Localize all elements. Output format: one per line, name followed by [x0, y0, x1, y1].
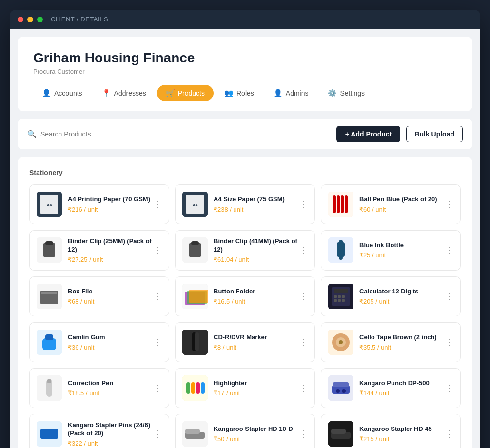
- product-name: CD-R/DVR Marker: [214, 333, 308, 342]
- product-name: A4 Printing Paper (70 GSM): [68, 195, 162, 204]
- tab-settings[interactable]: ⚙️ Settings: [319, 85, 373, 101]
- product-more-button[interactable]: ⋮: [297, 428, 310, 440]
- svg-rect-64: [185, 429, 200, 434]
- product-name: Binder Clip (25MM) (Pack of 12): [68, 237, 162, 254]
- app-window: CLIENT / DETAILS Griham Housing Finance …: [10, 10, 480, 448]
- svg-rect-53: [196, 382, 200, 394]
- product-name: Kangaro Stapler Pins (24/6) (Pack of 20): [68, 421, 162, 438]
- product-more-button[interactable]: ⋮: [443, 428, 455, 440]
- product-name: Button Folder: [214, 288, 308, 296]
- product-name: Camlin Gum: [68, 333, 162, 342]
- search-input[interactable]: [40, 130, 331, 138]
- product-image: [328, 330, 353, 355]
- product-image: A4: [182, 192, 208, 217]
- product-info: Ball Pen Blue (Pack of 20)₹60 / unit: [359, 195, 453, 213]
- product-price: ₹50 / unit: [214, 435, 308, 443]
- product-more-button[interactable]: ⋮: [151, 336, 164, 349]
- product-card: Kangaro Punch DP-500₹144 / unit⋮: [321, 368, 461, 408]
- product-more-button[interactable]: ⋮: [297, 382, 310, 394]
- product-price: ₹18.5 / unit: [68, 390, 162, 397]
- close-button[interactable]: [18, 17, 23, 22]
- product-more-button[interactable]: ⋮: [443, 290, 455, 303]
- svg-rect-10: [345, 195, 348, 213]
- product-price: ₹322 / unit: [68, 440, 162, 447]
- product-more-button[interactable]: ⋮: [443, 336, 455, 349]
- svg-rect-34: [334, 299, 337, 302]
- product-name: Box File: [68, 288, 162, 296]
- product-image: [328, 375, 353, 401]
- product-image: [328, 237, 353, 263]
- svg-rect-39: [45, 334, 53, 340]
- svg-rect-31: [334, 295, 337, 298]
- minimize-button[interactable]: [27, 17, 33, 22]
- svg-rect-52: [191, 382, 195, 394]
- tab-admins[interactable]: 👤 Admins: [265, 85, 317, 101]
- product-price: ₹25 / unit: [359, 252, 453, 259]
- product-more-button[interactable]: ⋮: [297, 290, 310, 303]
- product-price: ₹16.5 / unit: [214, 298, 308, 305]
- product-more-button[interactable]: ⋮: [151, 244, 164, 256]
- product-name: A4 Size Paper (75 GSM): [214, 195, 308, 204]
- product-price: ₹27.25 / unit: [68, 256, 162, 263]
- tab-products[interactable]: 🛒 Products: [157, 85, 214, 101]
- titlebar-text: CLIENT / DETAILS: [51, 16, 108, 23]
- product-info: Binder Clip (25MM) (Pack of 12)₹27.25 / …: [68, 237, 162, 263]
- tab-addresses[interactable]: 📍 Addresses: [93, 85, 155, 101]
- product-card: Ball Pen Blue (Pack of 20)₹60 / unit⋮: [321, 184, 461, 224]
- add-product-button[interactable]: + Add Product: [336, 126, 401, 142]
- company-card: Griham Housing Finance Procura Customer …: [18, 37, 472, 111]
- product-more-button[interactable]: ⋮: [443, 382, 455, 394]
- roles-icon: 👥: [224, 89, 234, 97]
- product-info: Kangaroo Stapler HD 45₹215 / unit: [359, 425, 453, 443]
- product-price: ₹238 / unit: [214, 206, 308, 213]
- product-card: Blue Ink Bottle₹25 / unit⋮: [321, 230, 461, 271]
- product-card: Cello Tape Brown (2 inch)₹35.5 / unit⋮: [321, 322, 461, 362]
- product-image: [182, 237, 208, 263]
- svg-rect-67: [331, 429, 346, 434]
- product-more-button[interactable]: ⋮: [151, 198, 164, 211]
- svg-rect-32: [338, 295, 341, 298]
- product-price: ₹68 / unit: [68, 298, 162, 305]
- product-more-button[interactable]: ⋮: [151, 382, 164, 394]
- product-name: Correction Pen: [68, 379, 162, 388]
- svg-rect-27: [189, 290, 208, 303]
- product-image: [182, 330, 208, 355]
- svg-rect-30: [334, 289, 348, 293]
- admins-icon: 👤: [274, 89, 283, 97]
- product-image: A4: [37, 192, 62, 217]
- product-more-button[interactable]: ⋮: [443, 244, 455, 256]
- product-more-button[interactable]: ⋮: [443, 198, 455, 211]
- product-card: Kangaroo Stapler HD 10-D₹50 / unit⋮: [175, 414, 315, 448]
- product-info: A4 Printing Paper (70 GSM)₹216 / unit: [68, 195, 162, 213]
- product-more-button[interactable]: ⋮: [151, 290, 164, 303]
- product-more-button[interactable]: ⋮: [297, 336, 310, 349]
- product-info: Binder Clip (41MM) (Pack of 12)₹61.04 / …: [214, 237, 308, 263]
- svg-rect-33: [342, 295, 345, 298]
- accounts-icon: 👤: [42, 89, 51, 97]
- maximize-button[interactable]: [37, 17, 43, 22]
- svg-point-20: [339, 256, 343, 260]
- product-price: ₹215 / unit: [359, 435, 453, 443]
- product-name: Cello Tape Brown (2 inch): [359, 333, 453, 342]
- product-info: CD-R/DVR Marker₹8 / unit: [214, 333, 308, 351]
- product-price: ₹205 / unit: [359, 298, 453, 305]
- product-price: ₹144 / unit: [359, 390, 453, 397]
- svg-rect-35: [338, 299, 341, 302]
- product-price: ₹36 / unit: [68, 344, 162, 351]
- tabs-bar: 👤 Accounts 📍 Addresses 🛒 Products 👥 Role…: [33, 85, 457, 101]
- product-more-button[interactable]: ⋮: [297, 244, 310, 256]
- product-price: ₹8 / unit: [214, 344, 308, 351]
- product-card: A4A4 Printing Paper (70 GSM)₹216 / unit⋮: [29, 184, 169, 224]
- product-info: Box File₹68 / unit: [68, 288, 162, 305]
- tab-roles[interactable]: 👥 Roles: [216, 85, 263, 101]
- product-more-button[interactable]: ⋮: [151, 428, 164, 440]
- svg-text:A4: A4: [47, 203, 52, 207]
- svg-rect-7: [333, 195, 336, 213]
- product-card: Button Folder₹16.5 / unit⋮: [175, 276, 315, 316]
- bulk-upload-button[interactable]: Bulk Upload: [406, 126, 463, 142]
- svg-rect-42: [195, 332, 199, 351]
- tab-accounts[interactable]: 👤 Accounts: [33, 85, 91, 101]
- svg-rect-12: [43, 243, 55, 257]
- product-more-button[interactable]: ⋮: [297, 198, 310, 211]
- search-wrapper: 🔍: [27, 130, 331, 138]
